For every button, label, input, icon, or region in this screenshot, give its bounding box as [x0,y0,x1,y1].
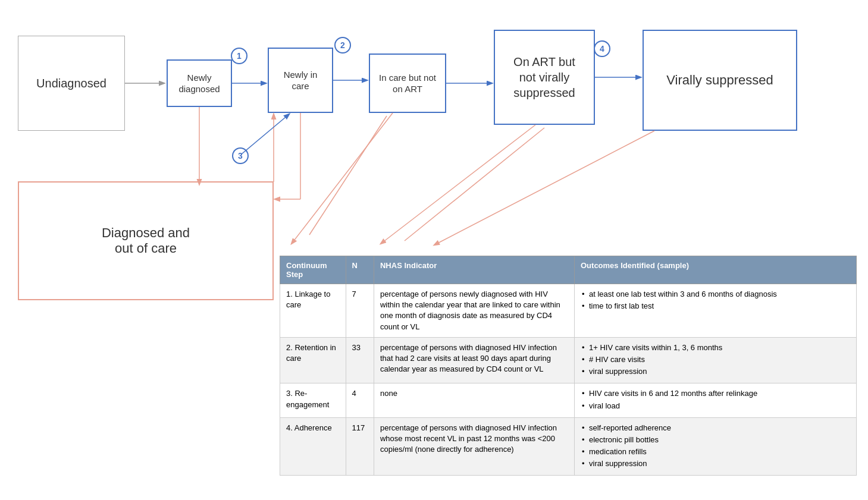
cell-indicator: none [374,383,574,417]
box-on-art: On ART butnot virallysuppressed [494,30,595,125]
header-step: Continuum Step [280,256,346,284]
badge-4-label: 4 [600,44,604,54]
cell-outcomes: self-reported adherenceelectronic pill b… [575,417,857,476]
outcome-item: 1+ HIV care visits within 1, 3, 6 months [581,342,850,353]
badge-1-label: 1 [237,51,242,61]
svg-line-10 [309,116,387,235]
outcome-item: viral suppression [581,458,850,469]
cell-outcomes: 1+ HIV care visits within 1, 3, 6 months… [575,337,857,383]
badge-4: 4 [594,40,610,57]
on-art-label: On ART butnot virallysuppressed [513,54,575,100]
badge-1: 1 [231,48,247,64]
outcome-item: # HIV care visits [581,354,850,365]
cell-outcomes: at least one lab test within 3 and 6 mon… [575,284,857,338]
cell-outcomes: HIV care visits in 6 and 12 months after… [575,383,857,417]
badge-3: 3 [232,147,249,164]
cell-n: 117 [346,417,374,476]
table-section: Continuum Step N NHAS Indicator Outcomes… [280,256,857,476]
outcome-item: time to first lab test [581,301,850,312]
header-indicator: NHAS Indicator [374,256,574,284]
box-out-of-care: Diagnosed andout of care [18,181,274,300]
table-row: 4. Adherence117percentage of persons wit… [280,417,857,476]
header-outcomes: Outcomes Identified (sample) [575,256,857,284]
svg-line-13 [434,131,654,245]
table-row: 1. Linkage to care7percentage of persons… [280,284,857,338]
header-n: N [346,256,374,284]
cell-step: 4. Adherence [280,417,346,476]
outcome-item: self-reported adherence [581,423,850,433]
cell-indicator: percentage of persons with diagnosed HIV… [374,417,574,476]
badge-2: 2 [334,37,351,54]
cell-step: 3. Re-engagement [280,383,346,417]
box-newly-diagnosed: Newlydiagnosed [167,59,232,107]
outcome-item: medication refills [581,446,850,457]
out-of-care-label: Diagnosed andout of care [102,225,190,256]
table-row: 2. Retention in care33percentage of pers… [280,337,857,383]
box-newly-care: Newly incare [268,48,333,113]
badge-3-label: 3 [238,151,243,161]
box-virally: Virally suppressed [643,30,797,131]
cell-n: 33 [346,337,374,383]
newly-diagnosed-label: Newlydiagnosed [178,72,220,95]
newly-care-label: Newly incare [284,69,318,92]
svg-line-12 [405,128,544,241]
cell-indicator: percentage of persons newly diagnosed wi… [374,284,574,338]
cell-n: 7 [346,284,374,338]
svg-line-11 [381,125,535,244]
svg-line-9 [292,113,393,244]
virally-label: Virally suppressed [666,72,773,89]
diagram-area: Undiagnosed Newlydiagnosed Newly incare … [0,0,868,262]
outcome-item: HIV care visits in 6 and 12 months after… [581,388,850,399]
svg-line-14 [241,114,289,155]
continuum-table: Continuum Step N NHAS Indicator Outcomes… [280,256,857,476]
undiagnosed-label: Undiagnosed [36,77,106,90]
in-care-not-art-label: In care but noton ART [379,72,436,95]
cell-step: 2. Retention in care [280,337,346,383]
box-in-care-not-art: In care but noton ART [369,54,446,113]
outcome-item: at least one lab test within 3 and 6 mon… [581,289,850,300]
box-undiagnosed: Undiagnosed [18,36,125,131]
cell-step: 1. Linkage to care [280,284,346,338]
cell-indicator: percentage of persons with diagnosed HIV… [374,337,574,383]
outcome-item: viral suppression [581,366,850,377]
table-header-row: Continuum Step N NHAS Indicator Outcomes… [280,256,857,284]
badge-2-label: 2 [340,40,345,50]
cell-n: 4 [346,383,374,417]
outcome-item: viral load [581,401,850,411]
outcome-item: electronic pill bottles [581,435,850,445]
table-row: 3. Re-engagement4noneHIV care visits in … [280,383,857,417]
